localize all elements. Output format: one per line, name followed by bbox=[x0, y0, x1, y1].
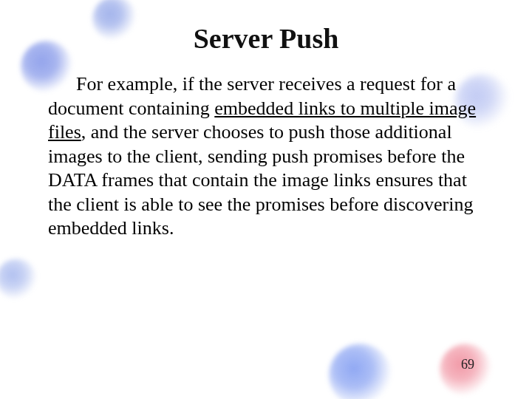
decorative-blob bbox=[0, 259, 37, 299]
page-number: 69 bbox=[461, 357, 474, 372]
slide-body: For example, if the server receives a re… bbox=[48, 72, 491, 241]
slide-title: Server Push bbox=[0, 22, 532, 55]
slide: Server Push For example, if the server r… bbox=[0, 0, 532, 399]
decorative-blob bbox=[329, 344, 392, 399]
body-tail: , and the server chooses to push those a… bbox=[48, 121, 473, 239]
